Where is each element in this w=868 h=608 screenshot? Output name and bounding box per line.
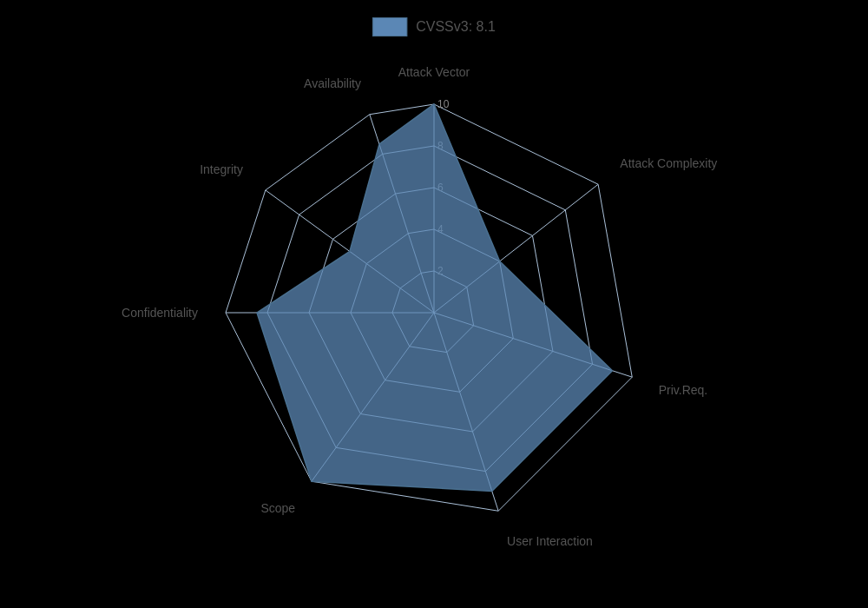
svg-text:User Interaction: User Interaction: [507, 534, 593, 548]
svg-text:Priv.Req.: Priv.Req.: [659, 383, 708, 397]
svg-text:Scope: Scope: [260, 501, 295, 515]
legend-label: CVSSv3: 8.1: [416, 19, 496, 35]
svg-text:10: 10: [437, 98, 450, 110]
chart-container: 246810Attack VectorAttack ComplexityPriv…: [0, 0, 868, 608]
svg-text:Confidentiality: Confidentiality: [122, 306, 198, 320]
radar-chart: 246810Attack VectorAttack ComplexityPriv…: [0, 0, 868, 608]
svg-marker-18: [257, 104, 612, 491]
svg-text:Integrity: Integrity: [200, 162, 243, 176]
svg-text:Attack Vector: Attack Vector: [398, 65, 470, 79]
legend: CVSSv3: 8.1: [372, 17, 496, 36]
svg-text:Attack Complexity: Attack Complexity: [620, 156, 717, 170]
legend-color-box: [372, 17, 407, 36]
svg-text:Availability: Availability: [304, 76, 361, 90]
